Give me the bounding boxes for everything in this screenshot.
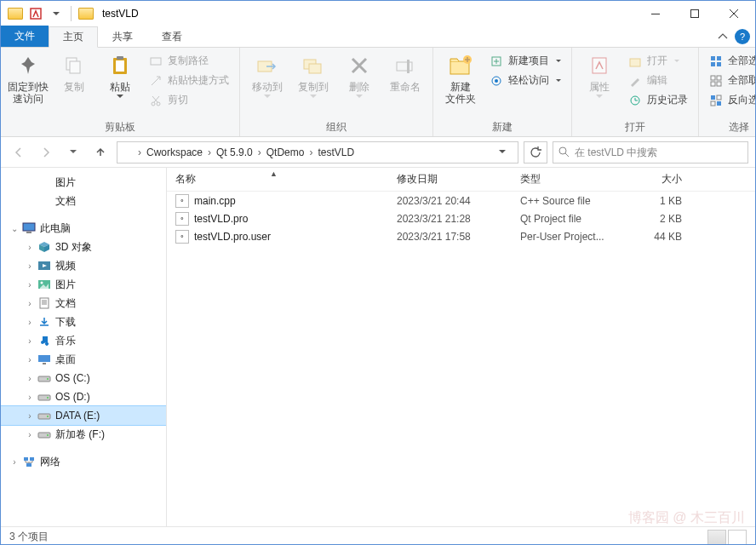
chevron-down-icon[interactable]: ⌄ (8, 224, 21, 233)
tree-item[interactable]: 文档 (1, 192, 166, 210)
paste-button[interactable]: 粘贴 (98, 50, 142, 100)
address-dropdown[interactable] (499, 150, 514, 154)
tree-item-this-pc[interactable]: ⌄此电脑 (1, 219, 166, 238)
ribbon: 固定到快 速访问 复制 粘贴 复制路径 粘贴快捷方式 剪切 剪贴板 移动到 复制… (1, 48, 755, 137)
tree-item[interactable]: ›下载 (1, 313, 166, 331)
breadcrumb[interactable]: Qt 5.9.0 (215, 146, 255, 158)
up-button[interactable] (89, 141, 112, 164)
column-header-name[interactable]: 名称▲ (167, 172, 388, 186)
tree-item[interactable]: ›文档 (1, 294, 166, 313)
select-all-button[interactable]: 全部选择 (706, 52, 756, 70)
file-row[interactable]: ∘main.cpp2023/3/21 20:44C++ Source file1… (167, 192, 755, 209)
edit-button[interactable]: 编辑 (625, 72, 691, 89)
chevron-right-icon[interactable]: › (23, 261, 37, 271)
delete-button[interactable]: 删除 (337, 50, 381, 100)
new-item-button[interactable]: 新建项目 (486, 52, 564, 70)
file-size: 44 KB (622, 231, 690, 243)
copy-button[interactable]: 复制 (52, 50, 96, 95)
chevron-right-icon[interactable]: › (258, 146, 261, 158)
ribbon-collapse-icon[interactable] (718, 33, 728, 40)
file-name: testVLD.pro (194, 213, 248, 225)
open-button[interactable]: 打开 (625, 52, 691, 70)
minimize-button[interactable] (636, 1, 675, 26)
picture-icon (37, 278, 52, 291)
pin-to-quick-access-button[interactable]: 固定到快 速访问 (6, 50, 50, 106)
tree-item[interactable]: ›3D 对象 (1, 238, 166, 256)
column-header-type[interactable]: 类型 (512, 172, 622, 186)
tab-home[interactable]: 主页 (49, 26, 98, 48)
svg-rect-38 (26, 232, 32, 233)
tree-item[interactable]: ›图片 (1, 275, 166, 294)
column-header-date[interactable]: 修改日期 (388, 172, 512, 186)
column-header-size[interactable]: 大小 (622, 172, 690, 186)
properties-button[interactable]: 属性 (577, 50, 621, 100)
chevron-right-icon[interactable]: › (208, 146, 211, 158)
tree-item[interactable]: ›OS (D:) (1, 387, 166, 406)
rename-button[interactable]: 重命名 (383, 50, 427, 95)
tree-item[interactable]: 图片 (1, 173, 166, 192)
chevron-right-icon[interactable]: › (138, 146, 141, 158)
recent-dropdown[interactable] (62, 141, 84, 164)
close-button[interactable] (714, 1, 753, 26)
details-view-button[interactable] (707, 530, 726, 545)
invert-selection-button[interactable]: 反向选择 (706, 91, 756, 109)
tree-item[interactable]: ›视频 (1, 256, 166, 275)
help-button[interactable]: ? (735, 29, 750, 44)
easy-access-button[interactable]: 轻松访问 (486, 72, 564, 89)
search-input[interactable] (575, 146, 742, 158)
address-bar[interactable]: › Cworkspace › Qt 5.9.0 › QtDemo › testV… (117, 141, 518, 164)
chevron-right-icon[interactable]: › (23, 374, 37, 383)
svg-rect-21 (593, 58, 606, 73)
chevron-right-icon[interactable]: › (23, 336, 37, 346)
tab-share[interactable]: 共享 (98, 26, 147, 47)
ribbon-group-new: 新建 文件夹 新建项目 轻松访问 新建 (433, 48, 572, 136)
new-folder-button[interactable]: 新建 文件夹 (438, 50, 483, 106)
chevron-right-icon[interactable]: › (8, 457, 21, 467)
search-box[interactable] (553, 141, 748, 164)
tree-item[interactable]: ›桌面 (1, 350, 166, 369)
icons-view-button[interactable] (728, 530, 747, 545)
chevron-right-icon[interactable]: › (23, 355, 37, 364)
ribbon-group-clipboard: 固定到快 速访问 复制 粘贴 复制路径 粘贴快捷方式 剪切 剪贴板 (1, 48, 240, 136)
qat-folder-icon[interactable] (6, 4, 25, 23)
tree-item[interactable]: ›OS (C:) (1, 369, 166, 387)
move-to-button[interactable]: 移动到 (245, 50, 289, 100)
chevron-right-icon[interactable]: › (23, 318, 37, 327)
file-icon: ∘ (175, 230, 189, 244)
chevron-right-icon[interactable]: › (309, 146, 312, 158)
svg-rect-30 (711, 82, 715, 86)
tree-item[interactable]: ›DATA (E:) (1, 406, 166, 425)
qat-dropdown-icon[interactable] (47, 4, 66, 23)
paste-shortcut-button[interactable]: 粘贴快捷方式 (146, 72, 232, 89)
chevron-right-icon[interactable]: › (23, 280, 37, 290)
chevron-right-icon[interactable]: › (23, 411, 37, 421)
file-type: Per-User Project... (512, 231, 622, 243)
forward-button[interactable] (35, 141, 57, 164)
tree-item-network[interactable]: ›网络 (1, 452, 166, 471)
copy-path-button[interactable]: 复制路径 (146, 52, 232, 70)
tree-item[interactable]: ›音乐 (1, 331, 166, 350)
breadcrumb[interactable]: testVLD (316, 146, 356, 158)
chevron-right-icon[interactable]: › (23, 299, 37, 308)
navigation-tree[interactable]: 图片 文档 ⌄此电脑 ›3D 对象›视频›图片›文档›下载›音乐›桌面›OS (… (1, 168, 167, 526)
chevron-right-icon[interactable]: › (23, 243, 37, 252)
select-none-button[interactable]: 全部取消 (706, 72, 756, 89)
chevron-right-icon[interactable]: › (23, 393, 37, 402)
svg-rect-22 (630, 59, 640, 66)
copy-to-button[interactable]: 复制到 (291, 50, 335, 100)
tree-item[interactable]: ›新加卷 (F:) (1, 425, 166, 444)
refresh-button[interactable] (524, 141, 547, 164)
breadcrumb[interactable]: QtDemo (265, 146, 306, 158)
cut-button[interactable]: 剪切 (146, 91, 232, 109)
tab-view[interactable]: 查看 (147, 26, 197, 47)
history-button[interactable]: 历史记录 (625, 91, 691, 109)
breadcrumb[interactable]: Cworkspace (145, 146, 204, 158)
ribbon-group-label: 新建 (438, 118, 566, 135)
chevron-right-icon[interactable]: › (23, 430, 37, 439)
qat-properties-icon[interactable] (26, 4, 45, 23)
file-row[interactable]: ∘testVLD.pro.user2023/3/21 17:58Per-User… (167, 227, 755, 245)
tab-file[interactable]: 文件 (1, 26, 49, 47)
back-button[interactable] (8, 141, 30, 164)
file-row[interactable]: ∘testVLD.pro2023/3/21 21:28Qt Project fi… (167, 209, 755, 227)
maximize-button[interactable] (675, 1, 714, 26)
